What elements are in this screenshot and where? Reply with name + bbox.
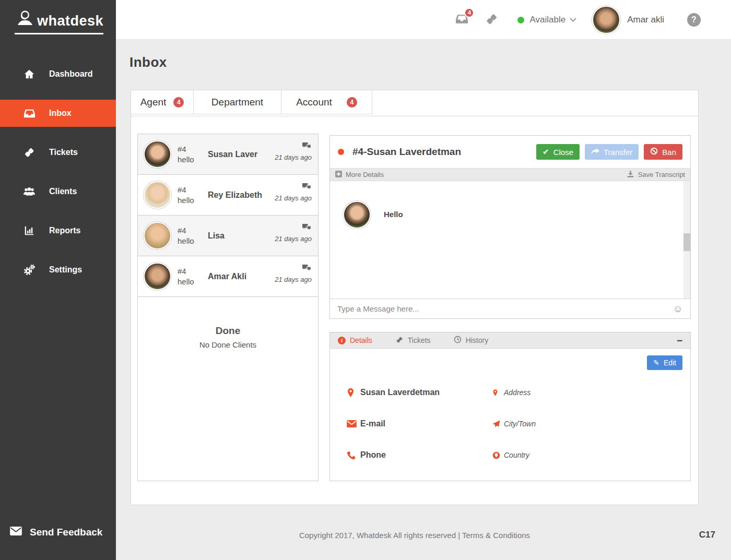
chat-item-time-block: 21 days ago	[275, 264, 312, 284]
messages-area: Hello	[330, 181, 690, 299]
avatar	[144, 222, 171, 249]
edit-label: Edit	[664, 359, 676, 367]
messages-scrollbar[interactable]	[683, 181, 690, 299]
chat-item-meta: #4 hello	[178, 225, 194, 246]
chat-item-meta: #4 hello	[178, 185, 194, 206]
status-label: Available	[529, 15, 565, 25]
save-transcript-button[interactable]: Save Transcript	[627, 170, 685, 180]
sidebar-item-reports[interactable]: Reports	[0, 217, 116, 244]
collapse-minus-button[interactable]: −	[677, 336, 682, 345]
help-button[interactable]: ?	[687, 13, 701, 27]
brand-logo[interactable]: whatdesk	[15, 9, 103, 34]
transfer-label: Transfer	[604, 148, 632, 157]
tab-agent-badge: 4	[173, 97, 184, 108]
sidebar-item-label: Reports	[49, 226, 80, 235]
sidebar-item-tickets[interactable]: Tickets	[0, 139, 116, 166]
chat-list-item-rey[interactable]: #4 hello Rey Elizabeth 21 days ago	[138, 175, 318, 216]
tab-department[interactable]: Department	[194, 90, 281, 114]
envelope-icon	[10, 527, 22, 538]
tab-label: Details	[350, 336, 372, 344]
client-name: Susan Laver	[208, 150, 257, 159]
emoji-smiley-icon[interactable]: ☺	[673, 304, 683, 314]
timestamp: 21 days ago	[275, 153, 312, 161]
sidebar-item-settings[interactable]: Settings	[0, 256, 116, 283]
info-circle-icon: i	[338, 337, 346, 344]
chat-item-meta: #4 hello	[178, 144, 194, 165]
map-marker-icon	[492, 389, 504, 397]
save-transcript-label: Save Transcript	[638, 171, 685, 178]
transfer-button[interactable]: Transfer	[585, 144, 639, 160]
globe-marker-icon	[492, 451, 504, 459]
sidebar-item-label: Settings	[49, 265, 82, 275]
email-label: E-mail	[360, 419, 385, 428]
phone-label: Phone	[360, 450, 386, 460]
download-icon	[627, 170, 634, 180]
user-avatar[interactable]	[592, 6, 620, 34]
paper-plane-icon	[492, 420, 504, 428]
sidebar-nav: Dashboard Inbox Tickets	[0, 61, 116, 283]
status-dropdown[interactable]: Available	[517, 15, 575, 25]
tab-history[interactable]: History	[454, 336, 489, 345]
ticket-icon	[395, 336, 404, 345]
home-icon	[23, 68, 36, 80]
tickets-topbar-button[interactable]	[485, 12, 499, 28]
sidebar-item-label: Clients	[49, 187, 77, 196]
ticket-number: #4	[178, 145, 186, 153]
chat-bubbles-icon	[301, 224, 312, 233]
sidebar-item-inbox[interactable]: Inbox	[0, 100, 116, 127]
inbox-icon	[23, 108, 36, 120]
sidebar-item-dashboard[interactable]: Dashboard	[0, 61, 116, 88]
address-hint: Address	[504, 388, 530, 397]
chat-list-item-susan[interactable]: #4 hello Susan Laver 21 days ago	[138, 134, 318, 175]
timestamp: 21 days ago	[275, 235, 312, 243]
message-input-bar: ☺	[330, 299, 690, 318]
done-empty-text: No Done Clients	[138, 340, 318, 349]
more-details-toggle[interactable]: More Details	[335, 171, 384, 179]
edit-button[interactable]: ✎ Edit	[647, 355, 682, 370]
ban-label: Ban	[662, 148, 676, 157]
close-button[interactable]: ✔ Close	[536, 144, 580, 160]
field-country: Country	[492, 448, 529, 462]
tab-agent[interactable]: Agent 4	[131, 90, 194, 114]
user-name[interactable]: Amar akli	[627, 15, 664, 25]
field-phone: Phone	[347, 448, 386, 462]
chat-list-item-amar[interactable]: #4 hello Amar Akli 21 days ago	[138, 256, 318, 297]
client-name: Rey Elizabeth	[208, 190, 262, 200]
users-icon	[23, 186, 36, 197]
chat-item-time-block: 21 days ago	[275, 183, 312, 202]
inbox-card: Agent 4 Department Account 4 #4 hello Su…	[131, 90, 699, 505]
ticket-number: #4	[178, 267, 186, 276]
sidebar-item-clients[interactable]: Clients	[0, 178, 116, 205]
notifications-inbox-button[interactable]: 4	[455, 13, 469, 28]
message-preview: hello	[178, 236, 194, 245]
ticket-number: #4	[178, 226, 186, 235]
tab-account[interactable]: Account 4	[281, 90, 372, 114]
send-feedback-button[interactable]: Send Feedback	[10, 527, 102, 538]
clock-icon	[454, 336, 462, 345]
conversation-title: #4-Susan Laverdetman	[352, 146, 536, 158]
conversation-header: #4-Susan Laverdetman ✔ Close Transfer Ba…	[330, 136, 690, 168]
chat-item-time-block: 21 days ago	[275, 142, 312, 162]
notification-badge: 4	[464, 8, 474, 18]
done-title: Done	[138, 325, 318, 337]
done-section: Done No Done Clients	[138, 297, 318, 349]
page-title: Inbox	[129, 54, 167, 70]
chat-list-item-lisa[interactable]: #4 hello Lisa 21 days ago	[138, 216, 318, 256]
country-hint: Country	[504, 451, 529, 459]
chat-item-time-block: 21 days ago	[275, 223, 312, 243]
message-input[interactable]	[337, 304, 668, 313]
main-content: Inbox Agent 4 Department Account 4 #4 he…	[116, 40, 731, 560]
map-marker-icon	[347, 388, 360, 398]
terms-link[interactable]: Terms & Conditions	[462, 531, 530, 540]
scrollbar-thumb[interactable]	[683, 233, 690, 251]
tab-details[interactable]: i Details	[338, 336, 372, 344]
ban-button[interactable]: Ban	[644, 144, 682, 160]
client-name: Amar Akli	[208, 272, 246, 281]
tab-tickets[interactable]: Tickets	[395, 336, 431, 345]
tab-label: Tickets	[408, 336, 431, 344]
ticket-icon	[23, 146, 36, 159]
tab-label: History	[466, 336, 489, 344]
send-feedback-label: Send Feedback	[30, 527, 102, 538]
footer-divider: |	[458, 531, 460, 540]
chat-item-meta: #4 hello	[178, 266, 194, 287]
